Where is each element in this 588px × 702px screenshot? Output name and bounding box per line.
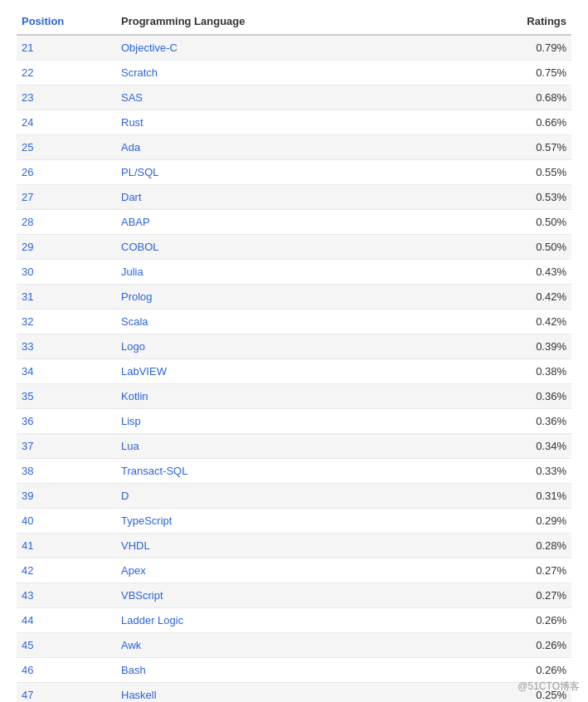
ratings-header: Ratings [431, 8, 571, 35]
language-cell[interactable]: ABAP [116, 210, 431, 235]
position-cell: 32 [17, 310, 116, 334]
position-cell: 22 [17, 61, 116, 85]
position-cell: 30 [17, 260, 116, 285]
table-row: 21Objective-C0.79% [17, 35, 571, 61]
table-row: 34LabVIEW0.38% [17, 359, 571, 384]
language-cell[interactable]: Rust [116, 110, 431, 135]
rankings-table: Position Programming Language Ratings 21… [17, 8, 571, 702]
language-cell[interactable]: Lisp [116, 409, 431, 434]
table-row: 32Scala0.42% [17, 310, 571, 334]
rating-cell: 0.39% [431, 334, 571, 359]
language-cell[interactable]: VHDL [116, 534, 431, 558]
table-row: 29COBOL0.50% [17, 235, 571, 260]
rating-cell: 0.42% [431, 310, 571, 334]
position-cell: 39 [17, 484, 116, 509]
position-cell: 34 [17, 359, 116, 384]
language-cell[interactable]: COBOL [116, 235, 431, 260]
rating-cell: 0.33% [431, 459, 571, 484]
language-cell[interactable]: Julia [116, 260, 431, 285]
rating-cell: 0.66% [431, 110, 571, 135]
table-row: 47Haskell0.25% [17, 683, 571, 703]
rating-cell: 0.27% [431, 583, 571, 608]
table-row: 37Lua0.34% [17, 434, 571, 459]
language-cell[interactable]: Ada [116, 135, 431, 160]
language-cell[interactable]: Apex [116, 558, 431, 583]
table-container: Position Programming Language Ratings 21… [0, 0, 588, 702]
language-cell[interactable]: Scala [116, 310, 431, 334]
table-row: 46Bash0.26% [17, 658, 571, 683]
table-row: 42Apex0.27% [17, 558, 571, 583]
language-cell[interactable]: SAS [116, 85, 431, 110]
position-cell: 29 [17, 235, 116, 260]
position-header: Position [17, 8, 116, 35]
language-cell[interactable]: Kotlin [116, 384, 431, 409]
position-cell: 37 [17, 434, 116, 459]
rating-cell: 0.50% [431, 210, 571, 235]
rating-cell: 0.27% [431, 558, 571, 583]
language-cell[interactable]: Lua [116, 434, 431, 459]
table-row: 26PL/SQL0.55% [17, 160, 571, 185]
position-cell: 24 [17, 110, 116, 135]
language-cell[interactable]: Bash [116, 658, 431, 683]
position-cell: 25 [17, 135, 116, 160]
table-row: 22Scratch0.75% [17, 61, 571, 85]
table-row: 23SAS0.68% [17, 85, 571, 110]
language-cell[interactable]: Objective-C [116, 35, 431, 61]
language-cell[interactable]: Awk [116, 633, 431, 658]
rating-cell: 0.28% [431, 534, 571, 558]
position-cell: 38 [17, 459, 116, 484]
position-cell: 33 [17, 334, 116, 359]
language-cell[interactable]: Dart [116, 185, 431, 210]
rating-cell: 0.42% [431, 285, 571, 310]
table-body: 21Objective-C0.79%22Scratch0.75%23SAS0.6… [17, 35, 571, 702]
position-cell: 42 [17, 558, 116, 583]
rating-cell: 0.36% [431, 384, 571, 409]
position-cell: 26 [17, 160, 116, 185]
table-row: 45Awk0.26% [17, 633, 571, 658]
rating-cell: 0.53% [431, 185, 571, 210]
rating-cell: 0.79% [431, 35, 571, 61]
table-row: 25Ada0.57% [17, 135, 571, 160]
rating-cell: 0.43% [431, 260, 571, 285]
table-row: 43VBScript0.27% [17, 583, 571, 608]
language-cell[interactable]: Prolog [116, 285, 431, 310]
rating-cell: 0.38% [431, 359, 571, 384]
rating-cell: 0.75% [431, 61, 571, 85]
language-cell[interactable]: PL/SQL [116, 160, 431, 185]
position-cell: 28 [17, 210, 116, 235]
watermark: @51CTO博客 [518, 680, 580, 694]
table-row: 24Rust0.66% [17, 110, 571, 135]
table-row: 28ABAP0.50% [17, 210, 571, 235]
table-row: 33Logo0.39% [17, 334, 571, 359]
language-cell[interactable]: Scratch [116, 61, 431, 85]
language-cell[interactable]: Ladder Logic [116, 608, 431, 633]
position-cell: 27 [17, 185, 116, 210]
table-header-row: Position Programming Language Ratings [17, 8, 571, 35]
language-cell[interactable]: D [116, 484, 431, 509]
position-cell: 47 [17, 683, 116, 703]
rating-cell: 0.26% [431, 658, 571, 683]
position-cell: 35 [17, 384, 116, 409]
rating-cell: 0.68% [431, 85, 571, 110]
rating-cell: 0.26% [431, 633, 571, 658]
table-row: 30Julia0.43% [17, 260, 571, 285]
table-row: 31Prolog0.42% [17, 285, 571, 310]
position-cell: 41 [17, 534, 116, 558]
rating-cell: 0.26% [431, 608, 571, 633]
table-row: 27Dart0.53% [17, 185, 571, 210]
language-cell[interactable]: Logo [116, 334, 431, 359]
position-cell: 44 [17, 608, 116, 633]
rating-cell: 0.29% [431, 509, 571, 534]
rating-cell: 0.36% [431, 409, 571, 434]
language-cell[interactable]: VBScript [116, 583, 431, 608]
position-cell: 23 [17, 85, 116, 110]
language-cell[interactable]: Haskell [116, 683, 431, 703]
language-cell[interactable]: Transact-SQL [116, 459, 431, 484]
position-cell: 31 [17, 285, 116, 310]
table-row: 39D0.31% [17, 484, 571, 509]
position-cell: 45 [17, 633, 116, 658]
language-cell[interactable]: LabVIEW [116, 359, 431, 384]
table-row: 38Transact-SQL0.33% [17, 459, 571, 484]
language-cell[interactable]: TypeScript [116, 509, 431, 534]
table-row: 41VHDL0.28% [17, 534, 571, 558]
